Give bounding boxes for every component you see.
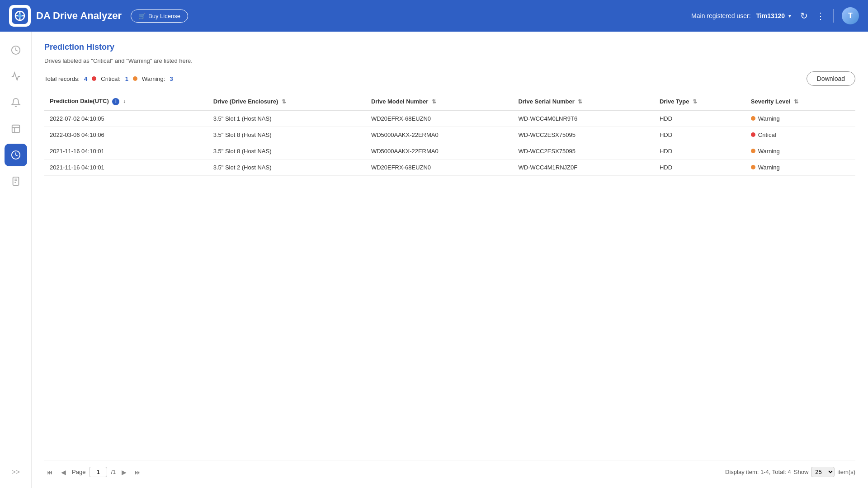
date-sort-arrow[interactable]: ↓ xyxy=(123,98,126,104)
app-logo xyxy=(9,5,31,27)
severity-critical-dot xyxy=(751,132,755,137)
total-count-link[interactable]: 4 xyxy=(84,75,87,82)
sidebar-item-history[interactable] xyxy=(5,144,27,166)
last-page-button[interactable]: ⏭ xyxy=(132,467,143,477)
sidebar-item-notifications[interactable] xyxy=(5,91,27,114)
cell-severity: Warning xyxy=(745,110,855,127)
cell-severity: Warning xyxy=(745,159,855,175)
more-menu-button[interactable]: ⋮ xyxy=(816,10,825,21)
app-header: DA Drive Analyzer 🛒 Buy License Main reg… xyxy=(0,0,868,32)
table-row: 2021-11-16 04:10:013.5" Slot 2 (Host NAS… xyxy=(44,159,855,175)
page-title: Prediction History xyxy=(44,42,855,52)
date-info-icon[interactable]: i xyxy=(112,98,119,105)
cell-type: HDD xyxy=(654,143,745,159)
critical-dot xyxy=(92,76,96,81)
severity-warning-dot xyxy=(751,165,755,169)
data-table: Prediction Date(UTC) i ↓ Drive (Drive En… xyxy=(44,93,855,176)
severity-label: Warning xyxy=(758,148,780,155)
sidebar-expand-button[interactable]: >> xyxy=(5,465,27,479)
separator xyxy=(833,9,834,23)
main-layout: >> Prediction History Drives labeled as … xyxy=(0,32,868,488)
table-row: 2022-03-06 04:10:063.5" Slot 8 (Host NAS… xyxy=(44,127,855,143)
total-pages: /1 xyxy=(111,469,116,475)
download-button[interactable]: Download xyxy=(807,71,855,86)
type-sort-icon[interactable]: ⇅ xyxy=(693,99,697,105)
cell-date: 2022-03-06 04:10:06 xyxy=(44,127,208,143)
cell-type: HDD xyxy=(654,159,745,175)
avatar[interactable]: T xyxy=(842,7,859,24)
page-subtitle: Drives labeled as "Critical" and "Warnin… xyxy=(44,57,855,64)
warning-dot xyxy=(133,76,137,81)
cell-severity: Critical xyxy=(745,127,855,143)
cart-icon: 🛒 xyxy=(138,13,146,19)
cell-date: 2022-07-02 04:10:05 xyxy=(44,110,208,127)
table-body: 2022-07-02 04:10:053.5" Slot 1 (Host NAS… xyxy=(44,110,855,176)
severity-sort-icon[interactable]: ⇅ xyxy=(794,99,798,105)
severity-warning-dot xyxy=(751,149,755,153)
severity-label: Warning xyxy=(758,164,780,171)
cell-drive: 3.5" Slot 8 (Host NAS) xyxy=(208,143,366,159)
cell-model: WD5000AAKX-22ERMA0 xyxy=(366,127,513,143)
cell-date: 2021-11-16 04:10:01 xyxy=(44,143,208,159)
total-label: Total records: xyxy=(44,75,80,82)
table-row: 2022-07-02 04:10:053.5" Slot 1 (Host NAS… xyxy=(44,110,855,127)
svg-point-2 xyxy=(18,14,22,18)
page-input[interactable] xyxy=(89,467,107,477)
severity-badge: Warning xyxy=(751,115,850,122)
items-per-page-select[interactable]: 10 25 50 100 xyxy=(811,467,835,477)
critical-label: Critical: xyxy=(101,75,120,82)
cell-serial: WD-WCC2ESX75095 xyxy=(513,127,654,143)
cell-serial: WD-WCC2ESX75095 xyxy=(513,143,654,159)
next-page-button[interactable]: ▶ xyxy=(119,467,129,477)
serial-sort-icon[interactable]: ⇅ xyxy=(578,99,582,105)
svg-rect-8 xyxy=(12,125,19,133)
cell-model: WD20EFRX-68EUZN0 xyxy=(366,110,513,127)
summary-bar: Total records: 4 Critical: 1 Warning: 3 … xyxy=(44,71,855,86)
page-label: Page xyxy=(72,469,85,475)
prev-page-button[interactable]: ◀ xyxy=(59,467,68,477)
critical-count-link[interactable]: 1 xyxy=(125,75,128,82)
severity-badge: Critical xyxy=(751,131,850,138)
col-type: Drive Type ⇅ xyxy=(654,93,745,110)
sidebar-item-reports[interactable] xyxy=(5,117,27,140)
app-title: DA Drive Analyzer xyxy=(36,10,122,22)
registered-user-label: Main registered user: Tim13120▼ xyxy=(691,12,792,19)
model-sort-icon[interactable]: ⇅ xyxy=(432,99,436,105)
severity-warning-dot xyxy=(751,116,755,121)
buy-license-button[interactable]: 🛒 Buy License xyxy=(131,9,188,23)
cell-serial: WD-WCC4M0LNR9T6 xyxy=(513,110,654,127)
show-label: Show xyxy=(794,469,809,475)
severity-badge: Warning xyxy=(751,148,850,155)
sidebar: >> xyxy=(0,32,32,488)
cell-drive: 3.5" Slot 2 (Host NAS) xyxy=(208,159,366,175)
cell-drive: 3.5" Slot 1 (Host NAS) xyxy=(208,110,366,127)
data-table-container: Prediction Date(UTC) i ↓ Drive (Drive En… xyxy=(44,93,855,460)
col-drive: Drive (Drive Enclosure) ⇅ xyxy=(208,93,366,110)
cell-serial: WD-WCC4M1RNJZ0F xyxy=(513,159,654,175)
warning-count-link[interactable]: 3 xyxy=(170,75,173,82)
cell-model: WD5000AAKX-22ERMA0 xyxy=(366,143,513,159)
item-unit: item(s) xyxy=(837,469,855,475)
cell-type: HDD xyxy=(654,127,745,143)
table-header-row: Prediction Date(UTC) i ↓ Drive (Drive En… xyxy=(44,93,855,110)
pagination-right: Display item: 1-4, Total: 4 Show 10 25 5… xyxy=(725,467,855,477)
cell-severity: Warning xyxy=(745,143,855,159)
sidebar-item-analytics[interactable] xyxy=(5,65,27,88)
table-row: 2021-11-16 04:10:013.5" Slot 8 (Host NAS… xyxy=(44,143,855,159)
main-content: Prediction History Drives labeled as "Cr… xyxy=(32,32,868,488)
severity-badge: Warning xyxy=(751,164,850,171)
first-page-button[interactable]: ⏮ xyxy=(44,467,55,477)
refresh-button[interactable]: ↻ xyxy=(800,10,808,21)
severity-label: Critical xyxy=(758,131,776,138)
header-right: Main registered user: Tim13120▼ ↻ ⋮ T xyxy=(691,7,859,24)
cell-date: 2021-11-16 04:10:01 xyxy=(44,159,208,175)
cell-type: HDD xyxy=(654,110,745,127)
col-model: Drive Model Number ⇅ xyxy=(366,93,513,110)
pagination-bar: ⏮ ◀ Page /1 ▶ ⏭ Display item: 1-4, Total… xyxy=(44,460,855,477)
col-date: Prediction Date(UTC) i ↓ xyxy=(44,93,208,110)
sidebar-item-dashboard[interactable] xyxy=(5,39,27,61)
warning-label: Warning: xyxy=(142,75,165,82)
col-serial: Drive Serial Number ⇅ xyxy=(513,93,654,110)
sidebar-item-tasks[interactable] xyxy=(5,170,27,192)
drive-sort-icon[interactable]: ⇅ xyxy=(282,99,286,105)
